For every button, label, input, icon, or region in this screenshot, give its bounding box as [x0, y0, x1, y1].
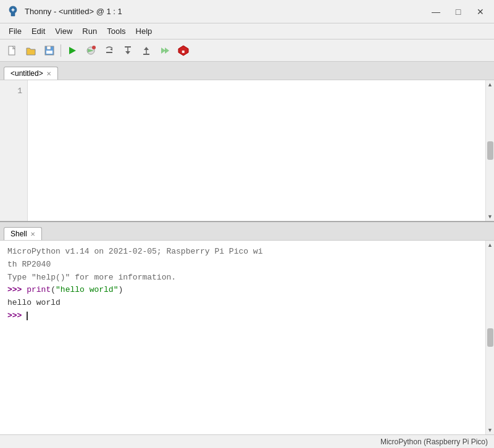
app-icon: [6, 5, 20, 19]
scroll-up-arrow[interactable]: ▲: [487, 81, 493, 88]
svg-rect-3: [46, 51, 52, 54]
debug-button[interactable]: [82, 42, 99, 59]
minimize-button[interactable]: —: [429, 4, 443, 19]
shell-prompt-1: >>>: [7, 285, 27, 294]
toolbar-sep-1: [61, 44, 61, 57]
shell-body: MicroPython v1.14 on 2021-02-05; Raspber…: [0, 241, 494, 434]
toolbar: ■: [0, 39, 494, 62]
stop-button[interactable]: ■: [175, 42, 192, 59]
shell-tab-close[interactable]: ✕: [30, 231, 35, 238]
svg-rect-2: [47, 46, 51, 49]
title-left: Thonny - <untitled> @ 1 : 1: [6, 5, 122, 19]
status-bar: MicroPython (Raspberry Pi Pico): [0, 434, 494, 448]
svg-marker-8: [110, 48, 112, 51]
shell-info-line2: th RP2040: [7, 259, 478, 272]
line-number-1: 1: [5, 85, 22, 97]
menu-bar: FileEditViewRunToolsHelp: [0, 23, 494, 39]
editor-tab-label: <untitled>: [10, 69, 43, 78]
menu-item-tools[interactable]: Tools: [102, 25, 130, 37]
svg-marker-16: [161, 48, 165, 54]
step-out-button[interactable]: [138, 42, 155, 59]
resume-button[interactable]: [156, 42, 174, 59]
shell-scroll-down-arrow[interactable]: ▼: [487, 427, 493, 433]
open-button[interactable]: [22, 42, 40, 59]
save-button[interactable]: [41, 42, 58, 59]
shell-cursor: [27, 312, 28, 320]
shell-tab[interactable]: Shell ✕: [4, 227, 42, 240]
svg-marker-14: [144, 47, 149, 50]
shell-string-arg: "hello world": [56, 285, 118, 294]
step-into-button[interactable]: [119, 42, 136, 59]
main-area: <untitled> ✕ 1 ▲ ▼ Shell ✕ Micro: [0, 62, 494, 434]
shell-next-prompt: >>>: [7, 310, 478, 323]
line-numbers: 1: [0, 80, 28, 221]
menu-item-file[interactable]: File: [4, 25, 27, 37]
editor-tabs: <untitled> ✕: [0, 62, 494, 80]
maximize-button[interactable]: □: [451, 4, 466, 19]
editor-tab-untitled[interactable]: <untitled> ✕: [4, 67, 58, 80]
editor-pane: <untitled> ✕ 1 ▲ ▼: [0, 62, 494, 222]
shell-content[interactable]: MicroPython v1.14 on 2021-02-05; Raspber…: [0, 241, 485, 434]
shell-scroll-thumb[interactable]: [487, 328, 493, 347]
status-text: MicroPython (Raspberry Pi Pico): [380, 438, 488, 446]
svg-marker-11: [125, 51, 130, 54]
svg-marker-17: [165, 48, 169, 54]
shell-tab-label: Shell: [10, 230, 27, 238]
svg-marker-4: [69, 47, 76, 54]
shell-info-line1: MicroPython v1.14 on 2021-02-05; Raspber…: [7, 246, 478, 259]
menu-item-view[interactable]: View: [50, 25, 77, 37]
title-bar: Thonny - <untitled> @ 1 : 1 — □ ✕: [0, 0, 494, 23]
shell-scrollbar[interactable]: ▲ ▼: [485, 241, 494, 434]
menu-item-help[interactable]: Help: [131, 25, 157, 37]
close-button[interactable]: ✕: [473, 4, 488, 19]
run-button[interactable]: [64, 42, 81, 59]
scroll-down-arrow[interactable]: ▼: [487, 214, 493, 220]
shell-info-line3: Type "help()" for more information.: [7, 272, 478, 284]
editor-tab-close[interactable]: ✕: [46, 70, 51, 77]
shell-scroll-up-arrow[interactable]: ▲: [487, 242, 493, 248]
shell-keyword-print: print: [27, 285, 51, 294]
new-button[interactable]: [4, 42, 21, 59]
editor-textarea[interactable]: [28, 80, 485, 221]
shell-paren-close: ): [118, 285, 123, 294]
shell-prompt-2: >>>: [7, 311, 27, 320]
menu-item-run[interactable]: Run: [77, 25, 102, 37]
shell-tabs: Shell ✕: [0, 222, 494, 241]
shell-command-line: >>> print("hello world"): [7, 284, 478, 297]
title-controls: — □ ✕: [429, 4, 488, 19]
shell-paren-open: (: [51, 285, 56, 294]
svg-point-7: [92, 46, 96, 49]
scroll-thumb[interactable]: [487, 141, 493, 160]
svg-text:■: ■: [182, 49, 185, 54]
title-text: Thonny - <untitled> @ 1 : 1: [25, 7, 122, 16]
shell-output: hello world: [7, 297, 478, 310]
step-over-button[interactable]: [101, 42, 118, 59]
editor-scrollbar[interactable]: ▲ ▼: [485, 80, 494, 221]
menu-item-edit[interactable]: Edit: [27, 25, 50, 37]
editor-body: 1 ▲ ▼: [0, 80, 494, 221]
shell-pane: Shell ✕ MicroPython v1.14 on 2021-02-05;…: [0, 222, 494, 434]
